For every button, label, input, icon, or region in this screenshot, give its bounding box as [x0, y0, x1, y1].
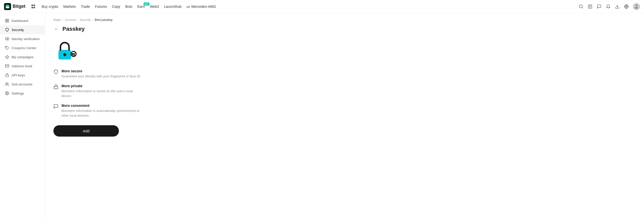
nav-copy[interactable]: Copy — [112, 5, 120, 9]
breadcrumb-sep-2: / — [77, 18, 78, 22]
svg-rect-19 — [71, 53, 75, 54]
svg-rect-7 — [7, 19, 9, 20]
sidebar-item-dashboard[interactable]: Dashboard — [0, 16, 45, 25]
sidebar-label-dashboard: Dashboard — [12, 19, 28, 23]
sidebar-item-identity[interactable]: Identity verification — [0, 34, 45, 43]
back-button[interactable]: ← — [53, 26, 59, 32]
search-icon[interactable] — [578, 4, 584, 9]
sidebar-label-security: Security — [12, 28, 24, 32]
chat-icon[interactable] — [597, 4, 602, 9]
sidebar: Dashboard Security Identity verification… — [0, 13, 45, 220]
feature-list: More secure Guarantee your identity with… — [53, 69, 636, 118]
feature-convenient-text: More convenient Biometric information is… — [61, 104, 142, 118]
svg-point-1 — [579, 5, 582, 8]
sidebar-label-address: Address book — [12, 64, 33, 68]
main-content: Bitget / Account / Security / Bind passk… — [45, 13, 644, 220]
download-app-icon[interactable] — [615, 4, 620, 9]
sidebar-item-coupons[interactable]: Coupons Center — [0, 43, 45, 52]
passkey-illustration — [55, 39, 636, 62]
feature-private-text: More private Biometric information is st… — [61, 84, 142, 99]
page-header: ← Passkey — [53, 26, 636, 32]
breadcrumb-sep-3: / — [92, 18, 93, 22]
breadcrumb-current: Bind passkey — [94, 18, 112, 22]
sidebar-item-campaigns[interactable]: My campaigns — [0, 52, 45, 61]
svg-rect-8 — [7, 21, 9, 22]
grid-icon[interactable] — [31, 5, 36, 9]
breadcrumb-bitget[interactable]: Bitget — [53, 18, 61, 22]
feature-private-desc: Biometric information is stored on the u… — [61, 89, 142, 99]
svg-rect-22 — [54, 86, 58, 89]
svg-rect-9 — [6, 21, 7, 22]
breadcrumb-account[interactable]: Account — [65, 18, 76, 22]
feature-secure-desc: Guarantee your identity with your finger… — [61, 74, 141, 79]
feature-secure: More secure Guarantee your identity with… — [53, 69, 636, 79]
sidebar-item-address[interactable]: Address book — [0, 61, 45, 71]
nav-mercedes[interactable]: 🏎 Mercedes-AMG — [186, 5, 216, 9]
nav-web3[interactable]: Web3 — [150, 5, 159, 9]
add-button[interactable]: Add — [53, 125, 119, 137]
hot-badge: Hot — [144, 3, 149, 6]
feature-secure-text: More secure Guarantee your identity with… — [61, 69, 141, 79]
svg-rect-20 — [74, 54, 75, 56]
feature-secure-title: More secure — [61, 69, 141, 73]
svg-rect-6 — [6, 19, 7, 20]
sidebar-label-subaccounts: Sub-accounts — [12, 82, 33, 86]
topnav: Bitget Buy crypto Markets Trade Futures … — [0, 0, 644, 13]
language-icon[interactable] — [624, 4, 629, 9]
sidebar-item-security[interactable]: Security — [0, 25, 45, 34]
nav-bots[interactable]: Bots — [125, 5, 132, 9]
feature-private: More private Biometric information is st… — [53, 84, 636, 99]
sidebar-label-identity: Identity verification — [12, 37, 40, 41]
sidebar-label-api: API keys — [12, 73, 25, 77]
sidebar-label-coupons: Coupons Center — [12, 46, 36, 50]
sidebar-label-campaigns: My campaigns — [12, 55, 34, 59]
nav-launchhub[interactable]: Launchhub — [164, 5, 181, 9]
svg-rect-13 — [6, 75, 9, 77]
nav-trade[interactable]: Trade — [81, 5, 90, 9]
svg-point-11 — [6, 47, 7, 47]
svg-point-15 — [7, 93, 8, 94]
avatar[interactable] — [633, 3, 640, 10]
sidebar-item-settings[interactable]: Settings — [0, 89, 45, 98]
svg-marker-12 — [5, 55, 9, 58]
breadcrumb-security[interactable]: Security — [80, 18, 91, 22]
feature-convenient: More convenient Biometric information is… — [53, 104, 636, 118]
svg-rect-21 — [72, 54, 73, 55]
brand-name: Bitget — [13, 4, 25, 9]
layout: Dashboard Security Identity verification… — [0, 13, 644, 220]
breadcrumb-sep-1: / — [63, 18, 63, 22]
feature-convenient-title: More convenient — [61, 104, 142, 108]
nav-right — [578, 3, 640, 10]
sidebar-item-api[interactable]: API keys — [0, 71, 45, 80]
nav-earn[interactable]: Earn Hot — [137, 5, 145, 9]
svg-point-17 — [63, 53, 66, 56]
notification-icon[interactable] — [606, 4, 611, 9]
logo[interactable]: Bitget — [4, 3, 25, 10]
sidebar-label-settings: Settings — [12, 91, 24, 95]
feature-convenient-desc: Biometric information is automatically s… — [61, 108, 142, 118]
page-title: Passkey — [62, 26, 85, 32]
sidebar-item-subaccounts[interactable]: Sub-accounts — [0, 80, 45, 89]
nav-futures[interactable]: Futures — [95, 5, 107, 9]
feature-private-title: More private — [61, 84, 142, 88]
svg-point-14 — [6, 83, 7, 84]
nav-markets[interactable]: Markets — [63, 5, 76, 9]
nav-items: Buy crypto Markets Trade Futures Copy Bo… — [42, 5, 572, 9]
download-orders-icon[interactable] — [588, 4, 593, 9]
nav-buy-crypto[interactable]: Buy crypto — [42, 5, 58, 9]
svg-point-5 — [636, 5, 637, 6]
breadcrumb: Bitget / Account / Security / Bind passk… — [53, 18, 636, 22]
